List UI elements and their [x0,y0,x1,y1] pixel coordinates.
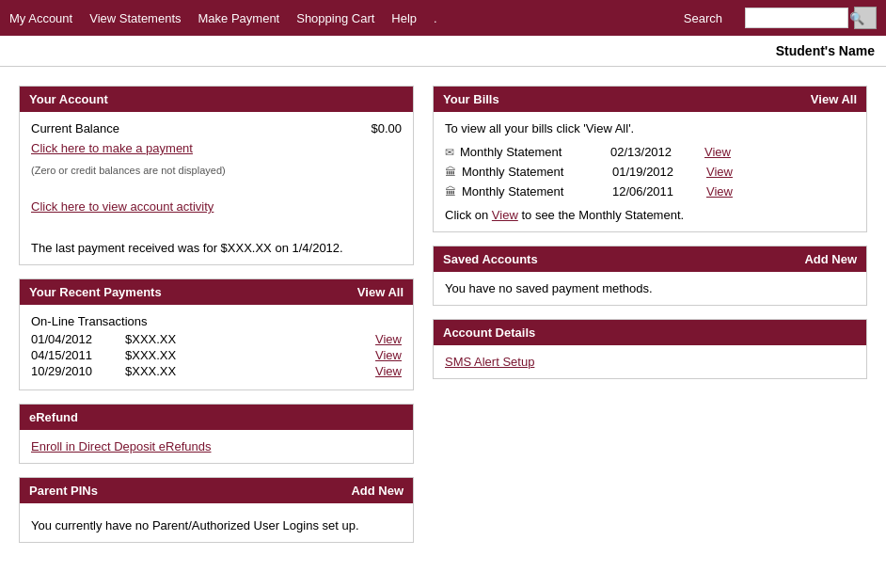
parent-pins-add-new[interactable]: Add New [351,484,403,498]
bills-message: To view all your bills click 'View All'. [445,121,855,135]
make-payment-link[interactable]: Click here to make a payment [31,141,402,155]
student-name-bar: Student's Name [0,36,886,67]
recent-payments-panel: Your Recent Payments View All On-Line Tr… [19,278,414,390]
rp-date-3: 10/29/2010 [31,364,125,378]
main-content: Your Account Current Balance $0.00 Click… [0,67,886,562]
nav-help[interactable]: Help [391,11,417,25]
bill-view-1[interactable]: View [704,145,731,159]
bill-date-1: 02/13/2012 [610,145,704,159]
account-details-panel: Account Details SMS Alert Setup [433,319,867,379]
parent-pins-header: Parent PINs Add New [20,478,413,503]
bill-name-3: Monthly Statement [462,184,612,199]
erefund-enroll-link[interactable]: Enroll in Direct Deposit eRefunds [31,439,211,453]
parent-pins-panel: Parent PINs Add New You currently have n… [19,477,414,543]
current-balance-value: $0.00 [371,121,402,135]
table-row: 04/15/2011 $XXX.XX View [31,348,402,362]
nav-view-statements[interactable]: View Statements [89,11,181,25]
nav-my-account[interactable]: My Account [9,11,72,25]
your-bills-body: To view all your bills click 'View All'.… [434,112,866,231]
table-row: 10/29/2010 $XXX.XX View [31,364,402,378]
account-details-body: SMS Alert Setup [434,345,866,378]
your-bills-title: Your Bills [443,92,499,106]
last-payment-text: The last payment received was for $XXX.X… [31,241,402,255]
your-bills-panel: Your Bills View All To view all your bil… [433,86,867,232]
current-balance-label: Current Balance [31,121,119,135]
rp-view-2[interactable]: View [375,348,402,362]
bill-icon-2: 🏛 [445,166,456,179]
parent-pins-body: You currently have no Parent/Authorized … [20,503,413,542]
rp-date-2: 04/15/2011 [31,348,125,362]
parent-pins-message: You currently have no Parent/Authorized … [31,518,402,532]
right-column: Your Bills View All To view all your bil… [433,86,867,543]
your-account-title: Your Account [29,92,108,106]
recent-payments-header: Your Recent Payments View All [20,279,413,305]
your-account-header: Your Account [20,87,413,112]
recent-payments-body: On-Line Transactions 01/04/2012 $XXX.XX … [20,305,413,389]
table-row: 01/04/2012 $XXX.XX View [31,332,402,346]
rp-view-3[interactable]: View [375,364,402,378]
rp-amount-3: $XXX.XX [125,364,200,378]
rp-amount-2: $XXX.XX [125,348,200,362]
bill-name-2: Monthly Statement [462,165,612,179]
sms-alert-setup-link[interactable]: SMS Alert Setup [445,355,534,369]
your-account-body: Current Balance $0.00 Click here to make… [20,112,413,264]
balance-row: Current Balance $0.00 [31,121,402,135]
rp-date-1: 01/04/2012 [31,332,125,346]
rp-view-1[interactable]: View [375,332,402,346]
search-icon: 🔍 [849,11,864,25]
erefund-header: eRefund [20,405,413,430]
bill-icon-1: ✉ [445,146,454,159]
bills-footer-view-link[interactable]: View [492,208,518,222]
recent-payments-title: Your Recent Payments [29,285,162,299]
parent-pins-title: Parent PINs [29,484,98,498]
your-bills-header: Your Bills View All [434,87,866,112]
saved-accounts-panel: Saved Accounts Add New You have no saved… [433,246,867,306]
your-account-panel: Your Account Current Balance $0.00 Click… [19,86,414,265]
table-row: 🏛 Monthly Statement 12/06/2011 View [445,184,855,199]
nav-shopping-cart[interactable]: Shopping Cart [296,11,374,25]
nav-make-payment[interactable]: Make Payment [198,11,280,25]
left-column: Your Account Current Balance $0.00 Click… [19,86,414,543]
saved-accounts-body: You have no saved payment methods. [434,272,866,305]
bill-date-3: 12/06/2011 [612,184,706,199]
rp-amount-1: $XXX.XX [125,332,200,346]
student-name: Student's Name [776,43,875,58]
search-label: Search [684,11,722,25]
account-details-header: Account Details [434,320,866,345]
recent-payments-view-all[interactable]: View All [357,285,403,299]
view-activity-link[interactable]: Click here to view account activity [31,199,402,214]
bills-footer-pre: Click on [445,208,492,222]
saved-accounts-title: Saved Accounts [443,252,538,266]
bill-view-3[interactable]: View [706,184,733,199]
zero-note: (Zero or credit balances are not display… [31,165,402,176]
search-button[interactable]: 🔍 [854,7,877,29]
bill-view-2[interactable]: View [706,165,733,179]
bills-footer-post: to see the Monthly Statement. [518,208,684,222]
bill-date-2: 01/19/2012 [612,165,706,179]
bills-view-all[interactable]: View All [811,92,857,106]
bills-footer: Click on View to see the Monthly Stateme… [445,208,855,222]
rp-subhead: On-Line Transactions [31,314,402,328]
erefund-panel: eRefund Enroll in Direct Deposit eRefund… [19,404,414,464]
search-input[interactable] [745,8,848,28]
erefund-title: eRefund [29,410,78,424]
top-navigation: My Account View Statements Make Payment … [0,0,886,36]
saved-accounts-message: You have no saved payment methods. [445,281,855,295]
search-area: Search 🔍 [684,7,877,29]
nav-dot: . [434,11,437,25]
table-row: 🏛 Monthly Statement 01/19/2012 View [445,165,855,179]
saved-accounts-header: Saved Accounts Add New [434,246,866,272]
bill-name-1: Monthly Statement [460,145,610,159]
account-details-title: Account Details [443,326,535,340]
bill-icon-3: 🏛 [445,185,456,199]
table-row: ✉ Monthly Statement 02/13/2012 View [445,145,855,159]
saved-accounts-add-new[interactable]: Add New [804,252,857,266]
erefund-body: Enroll in Direct Deposit eRefunds [20,430,413,463]
